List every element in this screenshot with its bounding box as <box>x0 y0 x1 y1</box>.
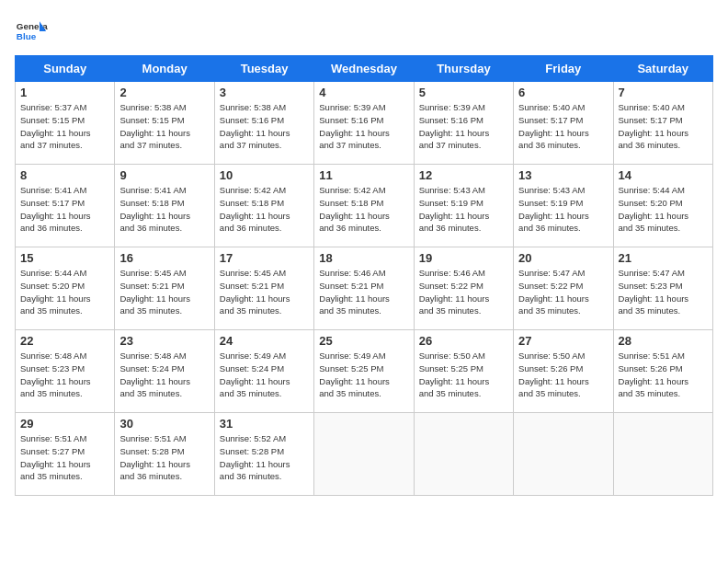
calendar-cell: 12Sunrise: 5:43 AM Sunset: 5:19 PM Dayli… <box>414 165 513 247</box>
day-info: Sunrise: 5:47 AM Sunset: 5:23 PM Dayligh… <box>619 267 708 317</box>
calendar-cell: 21Sunrise: 5:47 AM Sunset: 5:23 PM Dayli… <box>613 247 712 330</box>
day-info: Sunrise: 5:43 AM Sunset: 5:19 PM Dayligh… <box>419 184 508 235</box>
day-info: Sunrise: 5:42 AM Sunset: 5:18 PM Dayligh… <box>319 184 408 235</box>
day-info: Sunrise: 5:42 AM Sunset: 5:18 PM Dayligh… <box>220 184 309 235</box>
day-number: 18 <box>319 251 408 265</box>
calendar-table: SundayMondayTuesdayWednesdayThursdayFrid… <box>15 55 713 496</box>
day-info: Sunrise: 5:50 AM Sunset: 5:26 PM Dayligh… <box>518 350 608 400</box>
column-header-friday: Friday <box>514 56 613 82</box>
day-number: 22 <box>20 334 109 348</box>
calendar-cell: 14Sunrise: 5:44 AM Sunset: 5:20 PM Dayli… <box>613 165 712 247</box>
calendar-cell: 15Sunrise: 5:44 AM Sunset: 5:20 PM Dayli… <box>16 247 115 330</box>
day-info: Sunrise: 5:44 AM Sunset: 5:20 PM Dayligh… <box>619 184 708 235</box>
calendar-cell: 30Sunrise: 5:51 AM Sunset: 5:28 PM Dayli… <box>115 413 214 496</box>
calendar-week-row: 15Sunrise: 5:44 AM Sunset: 5:20 PM Dayli… <box>16 247 713 330</box>
calendar-header-row: SundayMondayTuesdayWednesdayThursdayFrid… <box>16 56 713 82</box>
calendar-week-row: 1Sunrise: 5:37 AM Sunset: 5:15 PM Daylig… <box>16 82 713 165</box>
calendar-cell: 1Sunrise: 5:37 AM Sunset: 5:15 PM Daylig… <box>16 82 115 165</box>
calendar-cell: 17Sunrise: 5:45 AM Sunset: 5:21 PM Dayli… <box>214 247 313 330</box>
calendar-week-row: 8Sunrise: 5:41 AM Sunset: 5:17 PM Daylig… <box>16 165 713 247</box>
day-number: 29 <box>20 417 109 431</box>
calendar-cell: 20Sunrise: 5:47 AM Sunset: 5:22 PM Dayli… <box>514 247 613 330</box>
day-number: 23 <box>119 334 209 348</box>
day-info: Sunrise: 5:52 AM Sunset: 5:28 PM Dayligh… <box>220 432 309 483</box>
day-number: 20 <box>518 251 608 265</box>
calendar-cell: 26Sunrise: 5:50 AM Sunset: 5:25 PM Dayli… <box>414 330 513 413</box>
calendar-cell: 5Sunrise: 5:39 AM Sunset: 5:16 PM Daylig… <box>414 82 513 165</box>
day-number: 14 <box>619 168 708 182</box>
day-number: 2 <box>119 86 209 99</box>
day-info: Sunrise: 5:48 AM Sunset: 5:23 PM Dayligh… <box>20 350 109 400</box>
day-number: 4 <box>319 86 408 99</box>
calendar-cell <box>613 413 712 496</box>
day-number: 17 <box>220 251 309 265</box>
day-number: 8 <box>20 168 109 182</box>
column-header-tuesday: Tuesday <box>214 56 313 82</box>
calendar-cell: 4Sunrise: 5:39 AM Sunset: 5:16 PM Daylig… <box>314 82 414 165</box>
calendar-cell: 3Sunrise: 5:38 AM Sunset: 5:16 PM Daylig… <box>214 82 313 165</box>
calendar-cell: 23Sunrise: 5:48 AM Sunset: 5:24 PM Dayli… <box>115 330 214 413</box>
logo: General Blue <box>15 15 48 48</box>
day-number: 31 <box>220 417 309 431</box>
day-info: Sunrise: 5:40 AM Sunset: 5:17 PM Dayligh… <box>619 101 708 152</box>
day-number: 9 <box>119 168 209 182</box>
calendar-cell: 25Sunrise: 5:49 AM Sunset: 5:25 PM Dayli… <box>314 330 414 413</box>
calendar-cell: 7Sunrise: 5:40 AM Sunset: 5:17 PM Daylig… <box>613 82 712 165</box>
day-info: Sunrise: 5:38 AM Sunset: 5:15 PM Dayligh… <box>119 101 209 152</box>
column-header-saturday: Saturday <box>613 56 712 82</box>
calendar-cell: 18Sunrise: 5:46 AM Sunset: 5:21 PM Dayli… <box>314 247 414 330</box>
calendar-cell: 9Sunrise: 5:41 AM Sunset: 5:18 PM Daylig… <box>115 165 214 247</box>
svg-text:Blue: Blue <box>17 31 37 41</box>
calendar-cell <box>314 413 414 496</box>
day-info: Sunrise: 5:41 AM Sunset: 5:17 PM Dayligh… <box>20 184 109 235</box>
calendar-cell: 24Sunrise: 5:49 AM Sunset: 5:24 PM Dayli… <box>214 330 313 413</box>
day-number: 15 <box>20 251 109 265</box>
logo-icon: General Blue <box>15 15 48 48</box>
day-info: Sunrise: 5:41 AM Sunset: 5:18 PM Dayligh… <box>119 184 209 235</box>
day-number: 21 <box>619 251 708 265</box>
day-number: 27 <box>518 334 608 348</box>
day-number: 3 <box>220 86 309 99</box>
day-info: Sunrise: 5:45 AM Sunset: 5:21 PM Dayligh… <box>220 267 309 317</box>
calendar-cell: 19Sunrise: 5:46 AM Sunset: 5:22 PM Dayli… <box>414 247 513 330</box>
calendar-week-row: 29Sunrise: 5:51 AM Sunset: 5:27 PM Dayli… <box>16 413 713 496</box>
calendar-cell: 29Sunrise: 5:51 AM Sunset: 5:27 PM Dayli… <box>16 413 115 496</box>
day-number: 10 <box>220 168 309 182</box>
calendar-cell: 22Sunrise: 5:48 AM Sunset: 5:23 PM Dayli… <box>16 330 115 413</box>
calendar-cell: 10Sunrise: 5:42 AM Sunset: 5:18 PM Dayli… <box>214 165 313 247</box>
day-number: 1 <box>20 86 109 99</box>
column-header-monday: Monday <box>115 56 214 82</box>
day-number: 28 <box>619 334 708 348</box>
day-number: 6 <box>518 86 608 99</box>
column-header-sunday: Sunday <box>16 56 115 82</box>
day-info: Sunrise: 5:48 AM Sunset: 5:24 PM Dayligh… <box>119 350 209 400</box>
day-info: Sunrise: 5:50 AM Sunset: 5:25 PM Dayligh… <box>419 350 508 400</box>
day-info: Sunrise: 5:46 AM Sunset: 5:22 PM Dayligh… <box>419 267 508 317</box>
day-info: Sunrise: 5:51 AM Sunset: 5:27 PM Dayligh… <box>20 432 109 483</box>
day-number: 19 <box>419 251 508 265</box>
calendar-cell: 11Sunrise: 5:42 AM Sunset: 5:18 PM Dayli… <box>314 165 414 247</box>
calendar-cell: 16Sunrise: 5:45 AM Sunset: 5:21 PM Dayli… <box>115 247 214 330</box>
day-info: Sunrise: 5:46 AM Sunset: 5:21 PM Dayligh… <box>319 267 408 317</box>
calendar-week-row: 22Sunrise: 5:48 AM Sunset: 5:23 PM Dayli… <box>16 330 713 413</box>
day-number: 12 <box>419 168 508 182</box>
calendar-cell: 31Sunrise: 5:52 AM Sunset: 5:28 PM Dayli… <box>214 413 313 496</box>
calendar-cell: 13Sunrise: 5:43 AM Sunset: 5:19 PM Dayli… <box>514 165 613 247</box>
day-info: Sunrise: 5:49 AM Sunset: 5:24 PM Dayligh… <box>220 350 309 400</box>
calendar-cell <box>514 413 613 496</box>
calendar-cell: 2Sunrise: 5:38 AM Sunset: 5:15 PM Daylig… <box>115 82 214 165</box>
calendar-cell: 27Sunrise: 5:50 AM Sunset: 5:26 PM Dayli… <box>514 330 613 413</box>
calendar-cell: 28Sunrise: 5:51 AM Sunset: 5:26 PM Dayli… <box>613 330 712 413</box>
day-info: Sunrise: 5:37 AM Sunset: 5:15 PM Dayligh… <box>20 101 109 152</box>
column-header-thursday: Thursday <box>414 56 513 82</box>
calendar-cell: 8Sunrise: 5:41 AM Sunset: 5:17 PM Daylig… <box>16 165 115 247</box>
day-info: Sunrise: 5:39 AM Sunset: 5:16 PM Dayligh… <box>419 101 508 152</box>
column-header-wednesday: Wednesday <box>314 56 414 82</box>
day-number: 24 <box>220 334 309 348</box>
calendar-cell: 6Sunrise: 5:40 AM Sunset: 5:17 PM Daylig… <box>514 82 613 165</box>
day-info: Sunrise: 5:51 AM Sunset: 5:26 PM Dayligh… <box>619 350 708 400</box>
day-number: 7 <box>619 86 708 99</box>
day-info: Sunrise: 5:45 AM Sunset: 5:21 PM Dayligh… <box>119 267 209 317</box>
day-number: 13 <box>518 168 608 182</box>
day-number: 16 <box>119 251 209 265</box>
